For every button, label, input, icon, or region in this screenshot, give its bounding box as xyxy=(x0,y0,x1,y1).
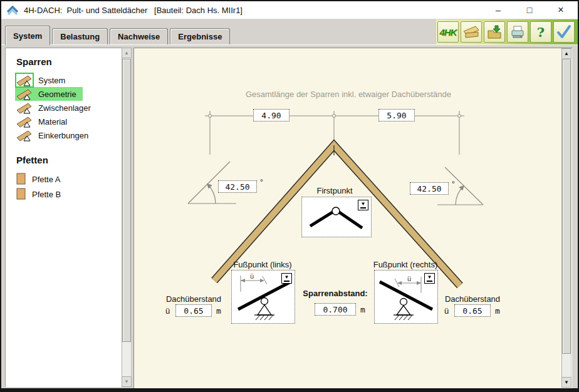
sparren-icon xyxy=(16,101,33,114)
tab-strip: System Belastung Nachweise Ergebnisse xyxy=(5,26,232,44)
dachueberstand-rechts-input[interactable] xyxy=(454,304,491,317)
length-right-input[interactable] xyxy=(378,109,415,121)
dachueberstand-rechts-unit: m xyxy=(495,306,500,316)
close-button[interactable]: × xyxy=(545,1,576,19)
pfetten-heading: Pfetten xyxy=(16,155,122,165)
printer-icon xyxy=(509,24,526,40)
timber-icon xyxy=(462,24,480,40)
sidebar-item-zwischenlager[interactable]: Zwischenlager xyxy=(15,101,97,115)
sidebar-item-material[interactable]: Material xyxy=(15,115,73,128)
svg-text:ü: ü xyxy=(407,275,411,282)
confirm-button[interactable] xyxy=(553,21,575,43)
sparren-icon xyxy=(16,115,33,128)
sidebar-item-label: Zwischenlager xyxy=(38,103,91,113)
chevron-down-icon: ▼ xyxy=(284,275,290,280)
sidebar-item-geometrie[interactable]: Geometrie xyxy=(15,87,83,101)
firstpunkt-label: Firstpunkt xyxy=(303,186,366,195)
dachueberstand-links-unit: m xyxy=(216,306,221,316)
app-window: 4H-DACH: Pult- und Satteldächer [Bauteil… xyxy=(0,0,579,392)
chevron-down-icon: ▼ xyxy=(361,202,366,207)
import-button[interactable] xyxy=(484,21,505,43)
sidebar-scrollbar[interactable]: ▲ ▼ xyxy=(122,48,132,387)
degree-symbol: ° xyxy=(260,178,263,187)
sidebar-item-system[interactable]: System xyxy=(15,73,71,87)
tab-system[interactable]: System xyxy=(5,26,50,45)
help-button[interactable]: ? xyxy=(530,21,551,43)
sidebar-item-label: Geometrie xyxy=(38,90,76,99)
fusspunkt-links-label: Fußpunkt (links) xyxy=(225,260,300,269)
print-button[interactable] xyxy=(507,21,528,43)
svg-text:ü: ü xyxy=(250,272,254,280)
sparren-icon xyxy=(16,129,33,142)
firstpunkt-selector[interactable]: ▼ xyxy=(301,197,372,237)
sparrenabstand-label: Sparrenabstand: xyxy=(291,289,379,298)
sparrenabstand-input[interactable] xyxy=(315,303,356,316)
dachueberstand-links-label: Dachüberstand xyxy=(150,294,237,304)
length-left-input[interactable] xyxy=(253,109,290,121)
pfette-icon xyxy=(16,188,26,200)
fusspunkt-links-dropdown-button[interactable]: ▼ xyxy=(281,273,292,284)
ue-label: ü xyxy=(165,306,170,316)
dachueberstand-links-input[interactable] xyxy=(175,304,212,317)
sparren-icon xyxy=(16,74,33,86)
sparren-icon xyxy=(16,88,33,100)
fusspunkt-links-selector[interactable]: ü ▼ xyxy=(231,270,295,324)
fusspunkt-rechts-dropdown-button[interactable]: ▼ xyxy=(424,273,435,284)
folder-arrow-icon xyxy=(486,24,503,40)
tab-nachweise[interactable]: Nachweise xyxy=(110,28,168,44)
scroll-down-icon[interactable]: ▼ xyxy=(124,379,129,384)
maximize-button[interactable]: □ xyxy=(514,1,545,19)
tab-ergebnisse[interactable]: Ergebnisse xyxy=(170,28,230,44)
tab-row: System Belastung Nachweise Ergebnisse 4H… xyxy=(1,19,578,44)
firstpunkt-dropdown-button[interactable]: ▼ xyxy=(358,200,368,210)
app-icon xyxy=(6,4,19,16)
tab-belastung[interactable]: Belastung xyxy=(52,28,108,44)
sparren-heading: Sparren xyxy=(16,56,122,67)
scroll-down-icon[interactable]: ▼ xyxy=(564,380,569,385)
angle-left-input[interactable] xyxy=(218,180,257,193)
canvas-scrollbar-thumb[interactable] xyxy=(562,59,571,354)
canvas-header: Gesamtlänge der Sparren inkl. etwaiger D… xyxy=(192,90,505,99)
sidebar: Sparren System Geometrie xyxy=(5,48,122,387)
sidebar-scrollbar-thumb[interactable] xyxy=(122,59,131,342)
degree-symbol: ° xyxy=(452,180,455,188)
sidebar-item-einkerbungen[interactable]: Einkerbungen xyxy=(15,128,95,142)
pfette-icon xyxy=(16,173,26,185)
canvas-scrollbar[interactable]: ▲ ▼ xyxy=(561,48,571,388)
logo-4hk-icon: 4HK xyxy=(439,27,456,38)
geometry-canvas: Gesamtlänge der Sparren inkl. etwaiger D… xyxy=(133,48,572,388)
sidebar-item-label: Pfette B xyxy=(32,190,61,199)
window-title: 4H-DACH: Pult- und Satteldächer [Bauteil… xyxy=(24,6,243,15)
help-icon: ? xyxy=(537,24,545,40)
sidebar-item-pfette-a[interactable]: Pfette A xyxy=(15,172,67,187)
timber-button[interactable] xyxy=(461,21,482,43)
ue-label: ü xyxy=(444,306,449,316)
sparrenabstand-unit: m xyxy=(360,305,365,314)
sidebar-item-label: System xyxy=(38,76,65,85)
sidebar-item-label: Einkerbungen xyxy=(38,131,88,140)
sidebar-item-label: Pfette A xyxy=(32,175,61,184)
minimize-button[interactable]: – xyxy=(482,1,514,19)
logo-4hk-button[interactable]: 4HK xyxy=(437,21,459,43)
scroll-up-icon[interactable]: ▲ xyxy=(564,51,569,56)
window-controls: – □ × xyxy=(482,1,576,19)
sidebar-item-pfette-b[interactable]: Pfette B xyxy=(15,187,67,202)
sidebar-item-label: Material xyxy=(38,117,67,126)
scroll-up-icon[interactable]: ▲ xyxy=(124,51,129,56)
chevron-down-icon: ▼ xyxy=(427,275,432,280)
toolbar: 4HK xyxy=(436,19,578,44)
titlebar: 4H-DACH: Pult- und Satteldächer [Bauteil… xyxy=(1,1,578,19)
fusspunkt-rechts-label: Fußpunkt (rechts) xyxy=(368,260,443,269)
dachueberstand-rechts-label: Dachüberstand xyxy=(429,294,516,304)
angle-right-input[interactable] xyxy=(410,182,449,195)
panel-top-highlight xyxy=(1,44,578,45)
checkmark-icon xyxy=(556,24,572,40)
